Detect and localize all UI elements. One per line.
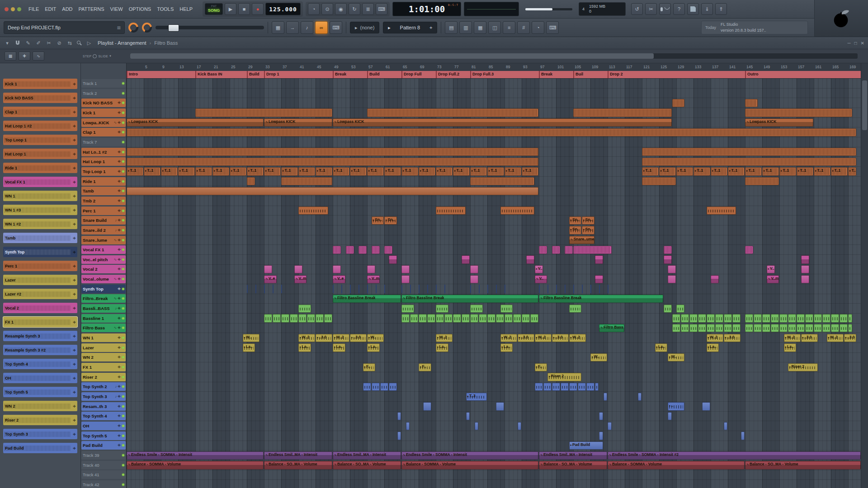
playlist-clip[interactable] <box>788 324 796 332</box>
loop-record-icon[interactable]: ↻ <box>349 3 360 15</box>
playlist-clip[interactable] <box>779 314 788 322</box>
timeline-marker[interactable]: Drop 2 <box>608 71 745 78</box>
playlist-clip[interactable] <box>788 314 796 322</box>
playlist-clip[interactable] <box>822 324 830 332</box>
playlist-clip[interactable] <box>384 246 392 254</box>
slip-tool-icon[interactable]: ⇆ <box>66 39 73 47</box>
track-header-bassline-1[interactable]: Bassline 1✚ <box>81 314 126 323</box>
playlist-clip[interactable]: ▸..3.0 <box>801 334 818 342</box>
help-icon[interactable]: ? <box>673 3 685 15</box>
playlist-clip[interactable]: ▸T..1 <box>642 167 659 175</box>
track-header-lazer[interactable]: Lazer✚ <box>81 343 126 352</box>
picker-item-tamb[interactable]: Tamb✚ <box>3 233 77 243</box>
typing-keyboard-icon[interactable]: ⌨ <box>376 3 387 15</box>
playlist-clip[interactable] <box>573 108 672 117</box>
playlist-clip[interactable] <box>814 324 822 332</box>
playlist-clip[interactable]: ▸T..1 <box>247 167 264 175</box>
track-led[interactable] <box>122 131 124 133</box>
playlist-clip[interactable]: ▸T..1 <box>487 167 504 175</box>
channel-rack-icon[interactable]: ▦ <box>272 21 284 34</box>
playlist-clip[interactable] <box>664 255 672 263</box>
picker-tab-patterns-icon[interactable]: ▦ <box>5 52 16 61</box>
playlist-clip[interactable]: ▸Sn.. <box>372 216 384 225</box>
playlist-clip[interactable]: ▸T..1 <box>212 167 229 175</box>
picker-item-wn-1-3[interactable]: WN 1 #3✚ <box>3 205 77 215</box>
playlist-clip[interactable]: ▸T..1 <box>264 167 281 175</box>
pat-song-switch[interactable]: PAT SONG <box>205 3 223 15</box>
playlist-clip[interactable] <box>513 314 521 322</box>
playlist-clip[interactable]: ∿Endless Smile - SOMMA - Intensit <box>127 451 264 460</box>
track-row[interactable]: WN 1✚ <box>81 333 126 343</box>
playlist-clip[interactable] <box>732 314 741 322</box>
track-led[interactable] <box>122 92 124 94</box>
track-header-vocal-2[interactable]: Vocal 2✚ <box>81 265 126 273</box>
window-dot-2[interactable] <box>11 7 15 11</box>
playlist-clip[interactable]: ▸T..1 <box>333 167 349 175</box>
playlist-clip[interactable] <box>324 314 332 322</box>
playlist-clip[interactable]: ∿Lowpass KICK <box>333 118 672 127</box>
playlist-clip[interactable] <box>664 246 672 254</box>
playlist-clip[interactable] <box>569 383 577 391</box>
track-row[interactable]: Resam..th 3✚ <box>81 402 126 412</box>
playlist-clip[interactable] <box>462 255 470 263</box>
playlist-clip[interactable] <box>333 246 341 254</box>
playlist-clip[interactable]: ▸La.. <box>707 343 719 352</box>
picker-item-hat-loop-1-2[interactable]: Hat Loop 1 #2✚ <box>3 121 77 131</box>
track-led[interactable] <box>122 464 124 466</box>
track-header-track-1[interactable]: Track 1 <box>81 79 126 88</box>
playlist-clip[interactable] <box>470 305 483 313</box>
playlist-clip[interactable]: ▸La.. <box>333 343 345 352</box>
playlist-clip[interactable] <box>333 265 341 273</box>
playlist-clip[interactable]: ▸T..3 <box>466 393 487 401</box>
track-led[interactable] <box>122 356 124 358</box>
window-dot-3[interactable] <box>17 7 21 11</box>
playlist-clip[interactable] <box>715 324 723 332</box>
track-header-bassli-bass[interactable]: Bassli..BASS♪✚ <box>81 304 126 313</box>
picker-item-lazer-2[interactable]: Lazer #2✚ <box>3 289 77 299</box>
playlist-clip[interactable] <box>470 275 478 283</box>
playlist-clip[interactable]: ▸T..1 <box>831 167 848 175</box>
playlist-clip[interactable] <box>814 314 822 322</box>
playlist-clip[interactable] <box>595 275 603 283</box>
playlist-clip[interactable]: ▸T..1 <box>711 167 727 175</box>
playlist-clip[interactable] <box>397 432 401 440</box>
playlist-clip[interactable]: ▸W.. <box>668 353 684 361</box>
playlist-clip[interactable]: ∿Endless Smil..MA - Intensit <box>333 451 401 460</box>
track-header-voc-el-pitch[interactable]: Voc..el pitch∿✚ <box>81 255 126 264</box>
track-row[interactable]: Track 40 <box>81 460 126 470</box>
playlist-clip[interactable] <box>745 324 753 332</box>
playlist-clip[interactable] <box>599 432 603 440</box>
playback-tool-icon[interactable]: ▷ <box>85 39 93 47</box>
playlist-clip[interactable] <box>689 314 698 322</box>
track-led[interactable] <box>122 327 124 329</box>
playlist-clip[interactable] <box>372 246 380 254</box>
draw-tool-icon[interactable]: ✎ <box>24 39 32 47</box>
playlist-clip[interactable] <box>561 383 569 391</box>
playlist-clip[interactable] <box>195 108 332 117</box>
track-header-resam-th-3[interactable]: Resam..th 3✚ <box>81 402 126 411</box>
playlist-clip[interactable] <box>840 314 848 322</box>
track-row[interactable]: Lowpa..KICK∿✚ <box>81 118 126 128</box>
playlist-clip[interactable]: ▸Riser 2 <box>788 363 818 371</box>
track-row[interactable]: Ride 1✚ <box>81 177 126 187</box>
track-header-filtro-bass[interactable]: Filtro Bass∿✚ <box>81 324 126 332</box>
piano-roll-button[interactable]: ▥ <box>459 21 472 34</box>
playlist-clip[interactable]: ▸Sn.. <box>384 216 397 225</box>
playlist-clip[interactable]: ▸W.. <box>590 353 607 361</box>
time-display[interactable]: 1:01:00 B:S:T <box>392 2 461 16</box>
pattern-selector[interactable]: ▸ Pattern 8 + <box>383 22 437 33</box>
playlist-clip[interactable] <box>539 246 547 254</box>
play-button[interactable]: ▶ <box>225 3 236 15</box>
playlist-clip[interactable]: ▸La.. <box>367 343 380 352</box>
track-row[interactable]: Bassli..BASS♪✚ <box>81 304 126 314</box>
mixer-button[interactable]: ◫ <box>488 21 501 34</box>
step-slide-toggle[interactable] <box>93 54 97 58</box>
track-row[interactable]: Hat Loop 1✚ <box>81 157 126 167</box>
playlist-clip[interactable] <box>831 314 839 322</box>
playlist-clip[interactable]: ▸W..2 <box>707 334 723 342</box>
overdub-icon[interactable]: ◉ <box>335 3 347 15</box>
track-header-wn-1[interactable]: WN 1✚ <box>81 333 126 342</box>
playlist-clip[interactable] <box>496 402 504 410</box>
track-header-snare-build[interactable]: Snare Build♪✚ <box>81 216 126 225</box>
track-header-ride-1[interactable]: Ride 1✚ <box>81 177 126 186</box>
